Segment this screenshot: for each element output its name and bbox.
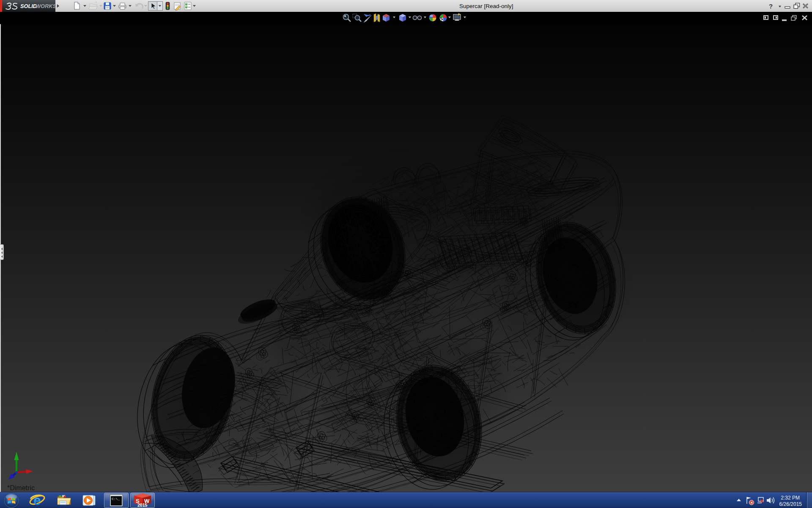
svg-text:2:32 PM: 2:32 PM bbox=[781, 495, 800, 501]
svg-text:SOLID: SOLID bbox=[20, 3, 37, 9]
svg-text:6/26/2015: 6/26/2015 bbox=[779, 501, 802, 507]
svg-text:C:\_: C:\_ bbox=[112, 497, 120, 501]
svg-text:Supercar [Read-only]: Supercar [Read-only] bbox=[459, 3, 513, 9]
svg-text:WORKS: WORKS bbox=[36, 3, 57, 9]
svg-text:2015: 2015 bbox=[137, 502, 148, 508]
svg-text:?: ? bbox=[769, 3, 773, 10]
